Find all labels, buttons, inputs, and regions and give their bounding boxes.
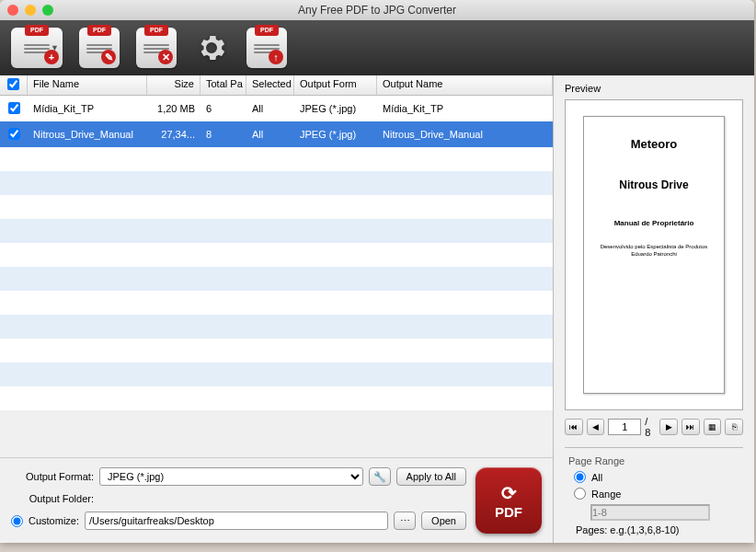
convert-button[interactable]: PDF ↑: [246, 28, 287, 68]
toolbar: PDF + ▼ PDF ✎ PDF ✕ PDF ↑: [0, 20, 754, 75]
col-filename[interactable]: File Name: [28, 75, 147, 95]
preview-subtitle: Manual de Proprietário: [593, 219, 715, 227]
remove-pdf-button[interactable]: PDF ✕: [136, 28, 177, 68]
output-format-select[interactable]: JPEG (*.jpg): [99, 467, 363, 486]
next-page-button[interactable]: ▶: [659, 419, 678, 435]
customize-label: Customize:: [29, 515, 79, 526]
preview-subheading: Nitrous Drive: [593, 178, 715, 191]
range-all-radio[interactable]: [574, 471, 586, 483]
page-range-fieldset: Page Range All Range Pages: e.g.(1,3,6,8…: [565, 447, 743, 535]
export-page-button[interactable]: ⎘: [725, 419, 743, 435]
table-row[interactable]: Mídia_Kit_TP1,20 MB6AllJPEG (*.jpg)Mídia…: [0, 96, 553, 121]
preview-area: Meteoro Nitrous Drive Manual de Propriet…: [565, 99, 743, 410]
row-checkbox[interactable]: [8, 102, 20, 114]
settings-button[interactable]: [193, 29, 230, 66]
last-page-button[interactable]: ⏭: [682, 419, 700, 435]
x-icon: ✕: [158, 50, 173, 64]
cell-selected: All: [246, 129, 294, 140]
empty-row: [0, 291, 553, 315]
cell-filename: Nitrous_Drive_Manual: [28, 129, 147, 140]
col-format[interactable]: Output Form: [294, 75, 377, 95]
right-panel: Preview Meteoro Nitrous Drive Manual de …: [554, 75, 754, 543]
output-path-input[interactable]: [85, 512, 388, 530]
empty-row: [0, 219, 553, 243]
cell-format: JPEG (*.jpg): [294, 103, 377, 114]
page-range-legend: Page Range: [565, 455, 628, 466]
range-note: Pages: e.g.(1,3,6,8-10): [576, 524, 743, 535]
prev-page-button[interactable]: ◀: [587, 419, 605, 435]
browse-button[interactable]: ⋯: [394, 512, 416, 530]
window-title: Any Free PDF to JPG Converter: [0, 4, 754, 17]
app-window: Any Free PDF to JPG Converter PDF + ▼ PD…: [0, 0, 754, 543]
empty-row: [0, 243, 553, 267]
open-folder-button[interactable]: Open: [421, 512, 466, 530]
start-convert-button[interactable]: ⟳ PDF: [475, 467, 542, 534]
empty-row: [0, 315, 553, 339]
cell-total: 6: [200, 103, 246, 114]
edit-pdf-button[interactable]: PDF ✎: [79, 28, 120, 68]
preview-page: Meteoro Nitrous Drive Manual de Propriet…: [583, 116, 725, 394]
apply-all-button[interactable]: Apply to All: [396, 467, 466, 486]
pencil-icon: ✎: [101, 50, 116, 64]
table-row[interactable]: Nitrous_Drive_Manual27,34...8AllJPEG (*.…: [0, 121, 553, 147]
col-selected[interactable]: Selected: [246, 75, 294, 95]
table-body: Mídia_Kit_TP1,20 MB6AllJPEG (*.jpg)Mídia…: [0, 96, 553, 147]
cell-selected: All: [246, 103, 294, 114]
range-custom-label: Range: [591, 489, 621, 500]
empty-row: [0, 171, 553, 195]
file-table: File Name Size Total Pa Selected Output …: [0, 75, 553, 457]
cell-outname: Mídia_Kit_TP: [377, 103, 553, 114]
row-checkbox[interactable]: [8, 128, 20, 140]
cell-format: JPEG (*.jpg): [294, 129, 377, 140]
first-page-button[interactable]: ⏮: [565, 419, 583, 435]
preview-byline: Desenvolvido pelo Especialista de Produt…: [593, 244, 715, 259]
add-pdf-button[interactable]: PDF + ▼: [11, 28, 63, 68]
select-all-checkbox[interactable]: [7, 78, 19, 90]
range-custom-radio[interactable]: [574, 488, 586, 500]
content-area: File Name Size Total Pa Selected Output …: [0, 75, 754, 543]
empty-row: [0, 339, 553, 362]
output-folder-label: Output Folder:: [11, 493, 94, 504]
cell-outname: Nitrous_Drive_Manual: [377, 129, 553, 140]
pdf-icon: PDF: [25, 25, 49, 36]
page-number-input[interactable]: [608, 419, 641, 435]
pager: ⏮ ◀ / 8 ▶ ⏭ ▦ ⎘: [565, 416, 743, 438]
pages-icon-button[interactable]: ▦: [704, 419, 722, 435]
pdf-label: PDF: [495, 504, 522, 520]
preview-label: Preview: [565, 83, 743, 94]
cell-size: 27,34...: [147, 129, 200, 140]
ellipsis-icon: ⋯: [400, 515, 410, 526]
col-total[interactable]: Total Pa: [200, 75, 246, 95]
wrench-icon: 🔧: [373, 471, 386, 482]
refresh-icon: ⟳: [501, 482, 517, 504]
empty-row: [0, 267, 553, 291]
table-header: File Name Size Total Pa Selected Output …: [0, 75, 553, 96]
pdf-icon: PDF: [255, 25, 279, 36]
range-input[interactable]: [590, 504, 710, 521]
page-total-label: / 8: [645, 416, 656, 438]
customize-radio[interactable]: [11, 515, 23, 527]
empty-row: [0, 362, 553, 386]
select-all-header[interactable]: [0, 75, 28, 95]
preview-heading: Meteoro: [593, 137, 715, 151]
cell-size: 1,20 MB: [147, 103, 200, 114]
left-panel: File Name Size Total Pa Selected Output …: [0, 75, 554, 543]
footer-panel: Output Format: JPEG (*.jpg) 🔧 Apply to A…: [0, 457, 553, 543]
pdf-icon: PDF: [87, 25, 111, 36]
chevron-down-icon: ▼: [51, 43, 59, 52]
empty-row: [0, 386, 553, 410]
range-all-label: All: [591, 472, 602, 483]
cell-filename: Mídia_Kit_TP: [28, 103, 147, 114]
cell-total: 8: [200, 129, 246, 140]
col-outname[interactable]: Output Name: [377, 75, 553, 95]
col-size[interactable]: Size: [147, 75, 200, 95]
titlebar: Any Free PDF to JPG Converter: [0, 0, 754, 20]
pdf-icon: PDF: [144, 25, 168, 36]
output-format-label: Output Format:: [11, 471, 94, 482]
empty-row: [0, 147, 553, 171]
up-arrow-icon: ↑: [269, 50, 283, 64]
gear-icon: [195, 31, 228, 64]
empty-row: [0, 195, 553, 219]
format-settings-button[interactable]: 🔧: [369, 467, 391, 486]
